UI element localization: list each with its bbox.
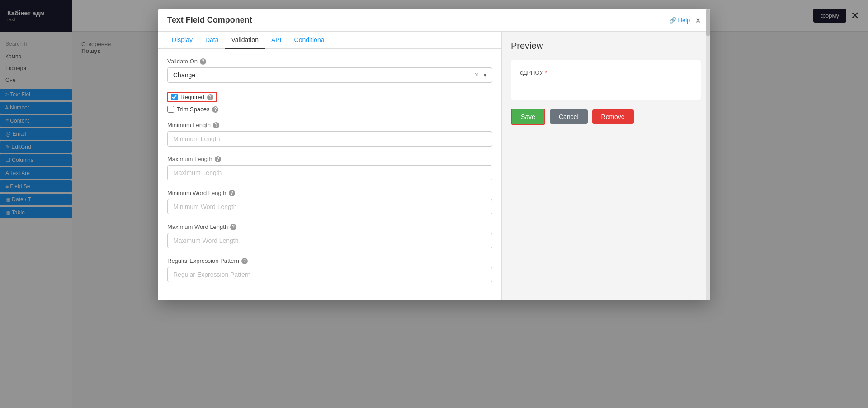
min-word-length-label: Minimum Word Length ? — [167, 190, 492, 196]
min-word-length-help-icon[interactable]: ? — [229, 190, 235, 196]
help-link[interactable]: 🔗 Help — [669, 17, 690, 24]
modal-overlay: Text Field Component 🔗 Help × Display — [0, 0, 868, 408]
preview-box: єДРПОУ * — [511, 60, 701, 100]
validate-on-select-wrapper: Change Blur Submit × ▼ — [167, 67, 492, 83]
left-panel: Display Data Validation API Conditional — [158, 32, 502, 300]
required-highlight-box: Required ? — [167, 92, 217, 102]
left-panel-content: Validate On ? Change Blur Submit × ▼ — [158, 49, 501, 300]
tab-api[interactable]: API — [265, 32, 288, 49]
remove-button[interactable]: Remove — [592, 109, 634, 124]
max-word-length-input[interactable] — [167, 233, 492, 248]
max-word-length-group: Maximum Word Length ? — [167, 223, 492, 248]
scrollbar-thumb — [706, 9, 710, 36]
checkbox-group: Required ? Trim Spaces ? — [167, 92, 492, 113]
save-button[interactable]: Save — [511, 109, 545, 125]
action-buttons: Save Cancel Remove — [511, 109, 701, 125]
validate-on-select[interactable]: Change Blur Submit — [167, 67, 492, 83]
trim-spaces-label: Trim Spaces — [177, 106, 209, 113]
scrollbar[interactable] — [706, 9, 710, 300]
min-length-help-icon[interactable]: ? — [213, 122, 219, 128]
required-star: * — [545, 69, 547, 76]
modal-dialog: Text Field Component 🔗 Help × Display — [158, 9, 710, 300]
modal-header: Text Field Component 🔗 Help × — [158, 9, 710, 32]
preview-field-label: єДРПОУ * — [520, 69, 692, 76]
modal-close-button[interactable]: × — [695, 16, 701, 25]
tabs-container: Display Data Validation API Conditional — [158, 32, 501, 49]
regex-pattern-input[interactable] — [167, 267, 492, 282]
tab-validation[interactable]: Validation — [225, 32, 264, 49]
max-word-length-help-icon[interactable]: ? — [230, 224, 236, 230]
tab-conditional[interactable]: Conditional — [288, 32, 332, 49]
max-word-length-label: Maximum Word Length ? — [167, 223, 492, 230]
right-panel: Preview єДРПОУ * Save Cancel Remove — [502, 32, 710, 300]
required-checkbox[interactable] — [171, 94, 178, 100]
max-length-input[interactable] — [167, 165, 492, 180]
max-length-group: Maximum Length ? — [167, 156, 492, 180]
modal-title: Text Field Component — [167, 15, 252, 25]
regex-pattern-group: Regular Expression Pattern ? — [167, 257, 492, 282]
trim-spaces-checkbox[interactable] — [167, 106, 174, 113]
required-checkbox-item: Required ? — [167, 92, 492, 102]
validate-on-help-icon[interactable]: ? — [200, 58, 206, 65]
modal-body: Display Data Validation API Conditional — [158, 32, 710, 300]
select-clear-icon[interactable]: × — [475, 71, 479, 79]
help-icon: 🔗 — [669, 17, 676, 24]
tab-display[interactable]: Display — [165, 32, 199, 49]
preview-field-input[interactable] — [520, 79, 692, 90]
min-length-input[interactable] — [167, 131, 492, 147]
modal-header-actions: 🔗 Help × — [669, 16, 701, 25]
max-length-help-icon[interactable]: ? — [215, 156, 221, 162]
validate-on-label: Validate On ? — [167, 58, 492, 65]
validate-on-group: Validate On ? Change Blur Submit × ▼ — [167, 58, 492, 83]
tab-data[interactable]: Data — [199, 32, 225, 49]
min-length-group: Minimum Length ? — [167, 122, 492, 147]
cancel-button[interactable]: Cancel — [550, 109, 588, 124]
regex-pattern-help-icon[interactable]: ? — [241, 258, 248, 264]
preview-title: Preview — [511, 41, 701, 51]
min-length-label: Minimum Length ? — [167, 122, 492, 128]
regex-pattern-label: Regular Expression Pattern ? — [167, 257, 492, 264]
required-help-icon[interactable]: ? — [207, 94, 213, 100]
min-word-length-input[interactable] — [167, 199, 492, 214]
min-word-length-group: Minimum Word Length ? — [167, 190, 492, 214]
required-label: Required — [180, 94, 204, 100]
trim-spaces-checkbox-item: Trim Spaces ? — [167, 106, 492, 113]
trim-spaces-help-icon[interactable]: ? — [212, 106, 218, 113]
max-length-label: Maximum Length ? — [167, 156, 492, 162]
help-label: Help — [678, 17, 690, 24]
